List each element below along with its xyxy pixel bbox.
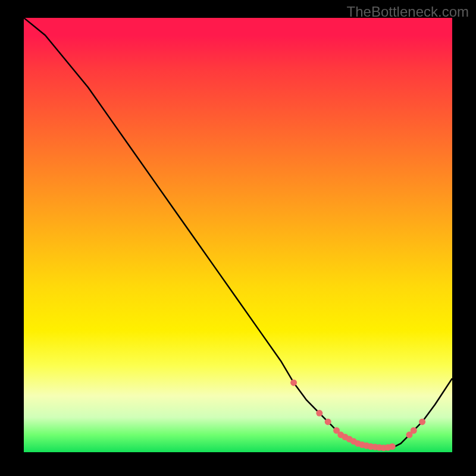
chart-plot-area [24,18,452,452]
chart-background-gradient [24,18,452,452]
watermark-text: TheBottleneck.com [347,4,469,20]
